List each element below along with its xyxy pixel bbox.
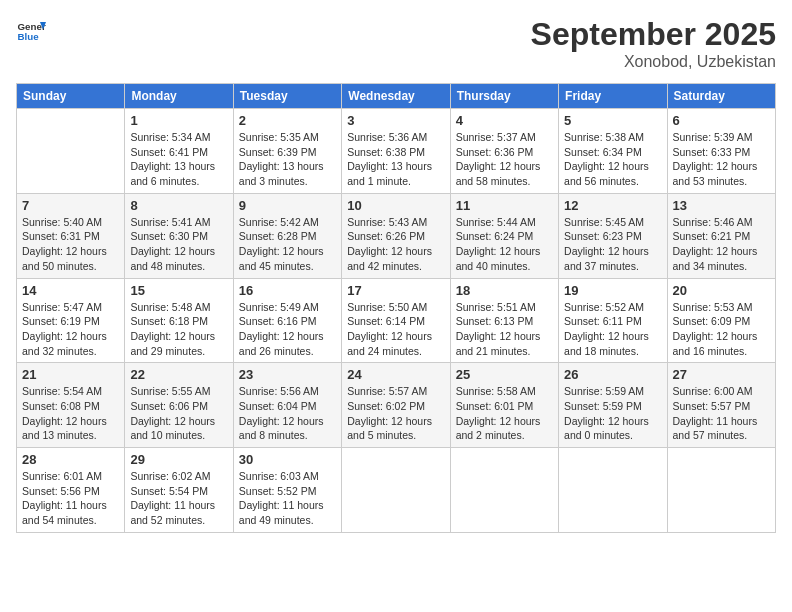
calendar-week-4: 21Sunrise: 5:54 AMSunset: 6:08 PMDayligh… [17, 363, 776, 448]
day-info: Sunrise: 5:42 AMSunset: 6:28 PMDaylight:… [239, 215, 336, 274]
day-number: 19 [564, 283, 661, 298]
calendar-cell: 16Sunrise: 5:49 AMSunset: 6:16 PMDayligh… [233, 278, 341, 363]
day-info: Sunrise: 5:45 AMSunset: 6:23 PMDaylight:… [564, 215, 661, 274]
calendar-cell: 26Sunrise: 5:59 AMSunset: 5:59 PMDayligh… [559, 363, 667, 448]
calendar-week-3: 14Sunrise: 5:47 AMSunset: 6:19 PMDayligh… [17, 278, 776, 363]
svg-text:Blue: Blue [18, 31, 40, 42]
day-number: 26 [564, 367, 661, 382]
calendar-cell [450, 448, 558, 533]
day-number: 11 [456, 198, 553, 213]
month-title: September 2025 [531, 16, 776, 53]
calendar-header-saturday: Saturday [667, 84, 775, 109]
day-number: 6 [673, 113, 770, 128]
day-info: Sunrise: 5:39 AMSunset: 6:33 PMDaylight:… [673, 130, 770, 189]
day-number: 25 [456, 367, 553, 382]
calendar-header-wednesday: Wednesday [342, 84, 450, 109]
day-number: 9 [239, 198, 336, 213]
day-info: Sunrise: 6:01 AMSunset: 5:56 PMDaylight:… [22, 469, 119, 528]
calendar-cell: 10Sunrise: 5:43 AMSunset: 6:26 PMDayligh… [342, 193, 450, 278]
day-info: Sunrise: 5:40 AMSunset: 6:31 PMDaylight:… [22, 215, 119, 274]
calendar-cell: 19Sunrise: 5:52 AMSunset: 6:11 PMDayligh… [559, 278, 667, 363]
page-header: General Blue September 2025 Xonobod, Uzb… [16, 16, 776, 71]
day-number: 28 [22, 452, 119, 467]
day-number: 24 [347, 367, 444, 382]
calendar-week-1: 1Sunrise: 5:34 AMSunset: 6:41 PMDaylight… [17, 109, 776, 194]
calendar-header-monday: Monday [125, 84, 233, 109]
day-number: 15 [130, 283, 227, 298]
day-info: Sunrise: 5:51 AMSunset: 6:13 PMDaylight:… [456, 300, 553, 359]
day-info: Sunrise: 5:57 AMSunset: 6:02 PMDaylight:… [347, 384, 444, 443]
calendar-header-row: SundayMondayTuesdayWednesdayThursdayFrid… [17, 84, 776, 109]
title-block: September 2025 Xonobod, Uzbekistan [531, 16, 776, 71]
day-number: 21 [22, 367, 119, 382]
day-number: 29 [130, 452, 227, 467]
calendar-header-thursday: Thursday [450, 84, 558, 109]
day-number: 1 [130, 113, 227, 128]
calendar-cell: 24Sunrise: 5:57 AMSunset: 6:02 PMDayligh… [342, 363, 450, 448]
calendar-cell: 12Sunrise: 5:45 AMSunset: 6:23 PMDayligh… [559, 193, 667, 278]
day-info: Sunrise: 5:36 AMSunset: 6:38 PMDaylight:… [347, 130, 444, 189]
day-info: Sunrise: 6:02 AMSunset: 5:54 PMDaylight:… [130, 469, 227, 528]
day-info: Sunrise: 5:52 AMSunset: 6:11 PMDaylight:… [564, 300, 661, 359]
calendar-cell: 9Sunrise: 5:42 AMSunset: 6:28 PMDaylight… [233, 193, 341, 278]
calendar-header-tuesday: Tuesday [233, 84, 341, 109]
day-info: Sunrise: 5:55 AMSunset: 6:06 PMDaylight:… [130, 384, 227, 443]
calendar-cell: 22Sunrise: 5:55 AMSunset: 6:06 PMDayligh… [125, 363, 233, 448]
day-number: 23 [239, 367, 336, 382]
day-info: Sunrise: 5:37 AMSunset: 6:36 PMDaylight:… [456, 130, 553, 189]
day-number: 18 [456, 283, 553, 298]
calendar-cell: 20Sunrise: 5:53 AMSunset: 6:09 PMDayligh… [667, 278, 775, 363]
day-info: Sunrise: 5:59 AMSunset: 5:59 PMDaylight:… [564, 384, 661, 443]
calendar-cell: 29Sunrise: 6:02 AMSunset: 5:54 PMDayligh… [125, 448, 233, 533]
calendar-cell: 11Sunrise: 5:44 AMSunset: 6:24 PMDayligh… [450, 193, 558, 278]
day-number: 30 [239, 452, 336, 467]
calendar-cell: 15Sunrise: 5:48 AMSunset: 6:18 PMDayligh… [125, 278, 233, 363]
calendar-cell: 2Sunrise: 5:35 AMSunset: 6:39 PMDaylight… [233, 109, 341, 194]
day-info: Sunrise: 6:00 AMSunset: 5:57 PMDaylight:… [673, 384, 770, 443]
calendar-cell: 27Sunrise: 6:00 AMSunset: 5:57 PMDayligh… [667, 363, 775, 448]
calendar-cell [17, 109, 125, 194]
calendar-cell: 4Sunrise: 5:37 AMSunset: 6:36 PMDaylight… [450, 109, 558, 194]
day-number: 12 [564, 198, 661, 213]
calendar-cell: 5Sunrise: 5:38 AMSunset: 6:34 PMDaylight… [559, 109, 667, 194]
calendar-header-sunday: Sunday [17, 84, 125, 109]
day-info: Sunrise: 5:38 AMSunset: 6:34 PMDaylight:… [564, 130, 661, 189]
day-number: 5 [564, 113, 661, 128]
calendar-cell: 3Sunrise: 5:36 AMSunset: 6:38 PMDaylight… [342, 109, 450, 194]
calendar-cell: 17Sunrise: 5:50 AMSunset: 6:14 PMDayligh… [342, 278, 450, 363]
day-info: Sunrise: 5:53 AMSunset: 6:09 PMDaylight:… [673, 300, 770, 359]
calendar-cell: 18Sunrise: 5:51 AMSunset: 6:13 PMDayligh… [450, 278, 558, 363]
day-info: Sunrise: 5:49 AMSunset: 6:16 PMDaylight:… [239, 300, 336, 359]
day-number: 13 [673, 198, 770, 213]
day-info: Sunrise: 5:35 AMSunset: 6:39 PMDaylight:… [239, 130, 336, 189]
calendar-cell: 14Sunrise: 5:47 AMSunset: 6:19 PMDayligh… [17, 278, 125, 363]
calendar-header-friday: Friday [559, 84, 667, 109]
calendar-cell: 28Sunrise: 6:01 AMSunset: 5:56 PMDayligh… [17, 448, 125, 533]
calendar-week-2: 7Sunrise: 5:40 AMSunset: 6:31 PMDaylight… [17, 193, 776, 278]
location-title: Xonobod, Uzbekistan [531, 53, 776, 71]
calendar-cell: 23Sunrise: 5:56 AMSunset: 6:04 PMDayligh… [233, 363, 341, 448]
calendar-cell: 21Sunrise: 5:54 AMSunset: 6:08 PMDayligh… [17, 363, 125, 448]
logo: General Blue [16, 16, 46, 46]
day-number: 3 [347, 113, 444, 128]
day-number: 7 [22, 198, 119, 213]
day-number: 16 [239, 283, 336, 298]
calendar-cell: 6Sunrise: 5:39 AMSunset: 6:33 PMDaylight… [667, 109, 775, 194]
logo-icon: General Blue [16, 16, 46, 46]
calendar-cell [342, 448, 450, 533]
day-info: Sunrise: 6:03 AMSunset: 5:52 PMDaylight:… [239, 469, 336, 528]
day-info: Sunrise: 5:48 AMSunset: 6:18 PMDaylight:… [130, 300, 227, 359]
calendar-cell: 25Sunrise: 5:58 AMSunset: 6:01 PMDayligh… [450, 363, 558, 448]
day-info: Sunrise: 5:41 AMSunset: 6:30 PMDaylight:… [130, 215, 227, 274]
day-number: 22 [130, 367, 227, 382]
calendar-cell: 1Sunrise: 5:34 AMSunset: 6:41 PMDaylight… [125, 109, 233, 194]
day-number: 20 [673, 283, 770, 298]
day-number: 4 [456, 113, 553, 128]
day-info: Sunrise: 5:58 AMSunset: 6:01 PMDaylight:… [456, 384, 553, 443]
day-number: 17 [347, 283, 444, 298]
day-info: Sunrise: 5:54 AMSunset: 6:08 PMDaylight:… [22, 384, 119, 443]
calendar-table: SundayMondayTuesdayWednesdayThursdayFrid… [16, 83, 776, 533]
day-info: Sunrise: 5:50 AMSunset: 6:14 PMDaylight:… [347, 300, 444, 359]
calendar-cell: 13Sunrise: 5:46 AMSunset: 6:21 PMDayligh… [667, 193, 775, 278]
day-number: 8 [130, 198, 227, 213]
